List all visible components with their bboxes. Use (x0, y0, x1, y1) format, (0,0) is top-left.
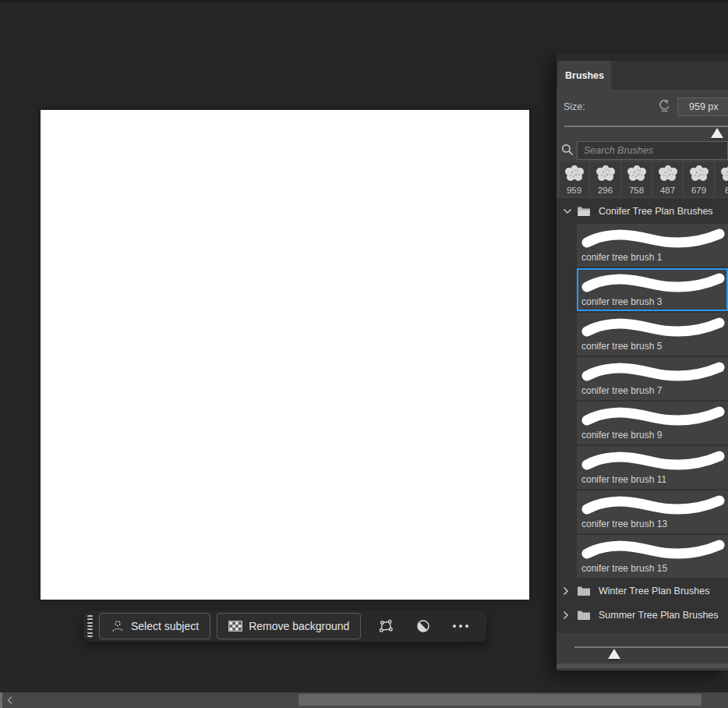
preset-size-label: 88 (725, 185, 728, 196)
horizontal-scrollbar[interactable] (0, 692, 728, 708)
brushes-panel: Brushes Size: 959 px (557, 53, 728, 671)
photoshop-window: Select subject Remove background (0, 0, 728, 708)
remove-background-label: Remove background (249, 620, 349, 632)
brush-label: conifer tree brush 1 (581, 252, 662, 263)
brush-size-field[interactable]: 959 px (677, 97, 728, 116)
brush-size-preset[interactable]: 959 (560, 162, 588, 196)
brush-label: conifer tree brush 15 (581, 563, 667, 574)
taskbar-drag-handle-icon[interactable] (87, 615, 94, 637)
preset-size-label: 758 (629, 185, 644, 196)
panel-header-strip (557, 53, 728, 61)
panel-tab-bar: Brushes (557, 61, 728, 90)
folder-closed-icon (577, 610, 591, 621)
brush-list-item[interactable]: conifer tree brush 7 (577, 357, 728, 400)
brush-size-preset[interactable]: 679 (684, 162, 713, 196)
brush-list-item[interactable]: conifer tree brush 15 (577, 535, 728, 578)
preset-size-label: 296 (598, 185, 613, 196)
adjustments-icon (416, 619, 430, 633)
search-icon (560, 143, 574, 157)
brush-tip-thumbnail-icon (716, 164, 728, 186)
tab-brushes[interactable]: Brushes (558, 61, 611, 90)
brush-stroke-preview (578, 492, 728, 519)
brush-size-preset[interactable]: 758 (622, 162, 651, 196)
brush-stroke-preview (578, 225, 728, 252)
window-top-strip (0, 0, 728, 3)
brush-tip-thumbnail-icon (654, 164, 682, 186)
brush-list-item[interactable]: conifer tree brush 5 (577, 313, 728, 356)
brush-label: conifer tree brush 11 (581, 474, 666, 485)
brush-stroke-preview (578, 314, 728, 341)
contextual-taskbar: Select subject Remove background (83, 611, 486, 642)
brush-label: conifer tree brush 3 (581, 296, 662, 307)
transform-image-button[interactable] (373, 614, 399, 639)
brush-label: conifer tree brush 13 (581, 519, 667, 529)
select-subject-button[interactable]: Select subject (99, 613, 210, 639)
reset-size-icon[interactable] (657, 98, 671, 112)
transform-icon (378, 619, 394, 633)
chevron-right-icon (563, 586, 569, 596)
brush-list-item[interactable]: conifer tree brush 9 (577, 402, 728, 444)
panel-footer (557, 633, 728, 671)
brush-tip-thumbnail-icon (623, 164, 651, 186)
brush-label: conifer tree brush 5 (581, 341, 662, 352)
remove-background-button[interactable]: Remove background (217, 613, 361, 639)
group-name: Conifer Tree Plan Brushes (599, 206, 713, 217)
size-label: Size: (564, 101, 585, 112)
more-options-button[interactable] (447, 614, 474, 639)
brush-group-header[interactable]: Conifer Tree Plan Brushes (557, 198, 728, 224)
brush-group-header[interactable]: Winter Tree Plan Brushes (557, 580, 728, 602)
brush-tip-thumbnail-icon (685, 164, 713, 186)
group-name: Winter Tree Plan Brushes (599, 586, 709, 596)
brush-label: conifer tree brush 7 (581, 385, 662, 396)
size-slider-track[interactable] (564, 126, 728, 127)
select-subject-icon (111, 619, 125, 633)
brush-stroke-preview (578, 359, 728, 385)
brush-list-item[interactable]: conifer tree brush 3 (577, 268, 728, 311)
folder-closed-icon (577, 586, 591, 596)
scroll-left-icon[interactable] (6, 696, 14, 705)
horizontal-scrollbar-thumb[interactable] (299, 694, 701, 706)
chevron-down-icon (563, 208, 572, 214)
more-options-icon (453, 625, 468, 628)
brush-size-preset[interactable]: 88 (716, 162, 728, 196)
select-subject-label: Select subject (131, 620, 199, 632)
document-canvas[interactable] (41, 110, 529, 600)
size-slider-thumb[interactable] (711, 128, 723, 138)
preset-size-label: 679 (691, 185, 706, 196)
brush-list: Conifer Tree Plan Brushes conifer tree b… (557, 198, 728, 633)
scrollbar-corner (0, 692, 2, 708)
preset-size-label: 487 (660, 185, 675, 196)
brush-list-item[interactable]: conifer tree brush 11 (577, 446, 728, 489)
brush-tip-thumbnail-icon (592, 164, 620, 186)
group-name: Summer Tree Plan Brushes (599, 610, 719, 621)
brush-stroke-preview (578, 536, 728, 563)
brush-list-item[interactable]: conifer tree brush 1 (577, 224, 728, 267)
brush-group-header[interactable]: Summer Tree Plan Brushes (557, 604, 728, 626)
brush-size-preset[interactable]: 296 (591, 162, 620, 196)
preview-slider-track[interactable] (574, 646, 728, 648)
brush-stroke-preview (578, 403, 728, 430)
brush-list-item[interactable]: conifer tree brush 13 (577, 490, 728, 533)
brush-stroke-preview (578, 270, 728, 296)
brush-label: conifer tree brush 9 (581, 430, 662, 441)
chevron-right-icon (563, 611, 569, 620)
panel-resize-grip[interactable] (557, 664, 728, 668)
remove-background-icon (228, 621, 242, 632)
adjustments-button[interactable] (410, 614, 436, 639)
brush-stroke-preview (578, 448, 728, 474)
preset-size-label: 959 (567, 185, 581, 196)
preview-slider-thumb[interactable] (608, 649, 620, 659)
brush-size-presets: 959 296 758 (557, 162, 728, 198)
search-brushes-input[interactable] (577, 141, 728, 160)
brush-tip-thumbnail-icon (560, 164, 588, 186)
folder-open-icon (577, 206, 591, 217)
brush-size-preset[interactable]: 487 (653, 162, 682, 196)
